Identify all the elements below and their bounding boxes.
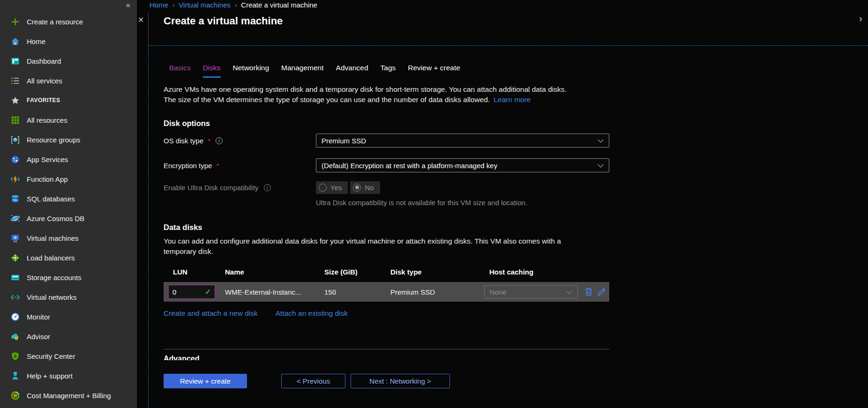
sidebar-item-function-app[interactable]: Function App [0,169,137,189]
panel-close-icon[interactable]: ✕ [138,15,144,24]
review-create-button[interactable]: Review + create [164,374,247,388]
sidebar-item-cost-management-billing[interactable]: $ Cost Management + Billing [0,386,137,405]
sidebar-item-label: Monitor [27,313,50,321]
intro-line-1: Azure VMs have one operating system disk… [164,84,567,95]
tab-review-create[interactable]: Review + create [408,64,460,78]
sidebar-item-load-balancers[interactable]: Load balancers [0,248,137,267]
learn-more-link[interactable]: Learn more [494,96,531,104]
help-support-icon [10,371,20,381]
sidebar-item-app-services[interactable]: App Services [0,149,137,169]
sidebar-item-label: Virtual machines [27,234,79,242]
tab-networking[interactable]: Networking [233,64,269,78]
sidebar-item-azure-cosmos-db[interactable]: Azure Cosmos DB [0,208,137,228]
edit-disk-icon[interactable] [597,287,607,297]
sidebar-item-monitor[interactable]: Monitor [0,307,137,326]
clipped-next-section-heading: Advanced [164,355,229,360]
radio-unselected-icon [319,184,327,192]
sidebar-collapse-icon[interactable]: « [126,0,130,10]
disks-intro-text: Azure VMs have one operating system disk… [164,84,567,105]
intro-line-2: The size of the VM determines the type o… [164,95,567,105]
sidebar-item-all-services[interactable]: All services [0,71,137,90]
sidebar-item-dashboard[interactable]: Dashboard [0,51,137,71]
sidebar-item-help-support[interactable]: Help + support [0,366,137,386]
virtual-machines-icon [10,233,20,243]
security-center-icon [10,351,20,361]
sidebar-item-label: Dashboard [27,57,61,65]
virtual-networks-icon [10,292,20,302]
create-resource-icon [10,17,20,27]
sidebar-item-security-center[interactable]: Security Center [0,346,137,366]
chevron-down-icon [598,162,604,168]
panel-dashed-border-left [148,45,149,408]
azure-portal-screen: « Create a resource Home Dashboard All s… [0,0,868,408]
data-disk-links: Create and attach a new disk Attach an e… [164,309,348,318]
sidebar-item-storage-accounts[interactable]: Storage accounts [0,267,137,287]
svg-text:SQL: SQL [13,198,18,201]
next-networking-button[interactable]: Next : Networking > [351,374,450,388]
sidebar: « Create a resource Home Dashboard All s… [0,0,137,408]
storage-accounts-icon [10,273,20,282]
star-icon [10,96,20,105]
tab-basics[interactable]: Basics [169,64,191,78]
previous-button[interactable]: < Previous [281,374,345,388]
dashboard-icon [10,56,20,66]
sidebar-item-resource-groups[interactable]: Resource groups [0,130,137,149]
column-header-host-caching: Host caching [489,268,533,276]
info-icon[interactable] [216,137,223,144]
home-icon [10,37,20,46]
encryption-type-label: Encryption type* [164,162,316,170]
panel-left-border [148,12,149,45]
os-disk-type-row: OS disk type* Premium SSD [164,134,609,148]
create-attach-new-disk-link[interactable]: Create and attach a new disk [164,309,258,318]
all-resources-icon [10,115,20,125]
sidebar-item-label: Security Center [27,352,75,360]
ultra-disk-label: Enable Ultra Disk compatibility [164,184,316,192]
sidebar-item-home[interactable]: Home [0,31,137,51]
advisor-icon [10,332,20,341]
os-disk-type-value: Premium SSD [322,137,366,145]
delete-disk-icon[interactable] [584,287,594,297]
tab-advanced[interactable]: Advanced [336,64,368,78]
resource-groups-icon [10,135,20,145]
lun-value: 0 [172,288,176,296]
sidebar-item-label: Load balancers [27,254,75,262]
ultra-disk-radio-no: No [350,181,380,194]
sidebar-item-create-a-resource[interactable]: Create a resource [0,12,137,31]
os-disk-type-dropdown[interactable]: Premium SSD [316,134,609,148]
app-services-icon [10,155,20,164]
cost-management-icon: $ [10,391,20,401]
column-header-lun: LUN [173,268,187,276]
tab-management[interactable]: Management [281,64,323,78]
data-disks-heading: Data disks [164,223,202,232]
sidebar-item-label: Help + support [27,372,73,380]
required-asterisk: * [208,137,210,145]
section-divider [164,349,609,349]
tab-tags[interactable]: Tags [381,64,396,78]
sidebar-item-advisor[interactable]: Advisor [0,326,137,346]
panel-expand-icon[interactable]: › [859,13,862,24]
sidebar-item-virtual-machines[interactable]: Virtual machines [0,228,137,248]
sidebar-item-virtual-networks[interactable]: Virtual networks [0,287,137,307]
ultra-disk-radio-yes: Yes [316,181,348,194]
column-header-name: Name [225,268,244,276]
data-disks-table-header: LUN Name Size (GiB) Disk type Host cachi… [164,268,609,279]
data-disk-table-row: 0 ✓ WME-External-Instanc... 150 Premium … [164,282,609,302]
disk-options-heading: Disk options [164,119,210,128]
attach-existing-disk-link[interactable]: Attach an existing disk [276,309,348,318]
encryption-type-row: Encryption type* (Default) Encryption at… [164,158,609,172]
sidebar-item-all-resources[interactable]: All resources [0,110,137,130]
ultra-disk-radio-group: Yes No [316,181,380,194]
lun-input[interactable]: 0 ✓ [168,285,215,299]
host-caching-dropdown: None [484,285,578,298]
chevron-down-icon [566,288,572,294]
tab-disks[interactable]: Disks [203,64,221,78]
encryption-type-dropdown[interactable]: (Default) Encryption at rest with a plat… [316,158,609,172]
sidebar-item-label: Storage accounts [27,274,82,282]
monitor-icon [10,312,20,322]
load-balancers-icon [10,253,20,263]
wizard-tabs: Basics Disks Networking Management Advan… [169,64,460,78]
sidebar-item-sql-databases[interactable]: SQL SQL databases [0,189,137,208]
sql-databases-icon: SQL [10,194,20,204]
function-app-icon [10,174,20,184]
create-vm-content: Basics Disks Networking Management Advan… [164,0,609,408]
